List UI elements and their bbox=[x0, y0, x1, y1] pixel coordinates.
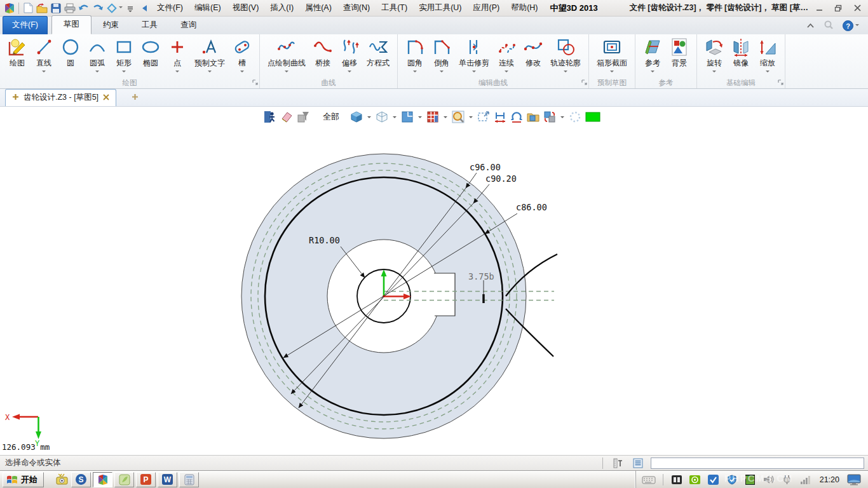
ribbon-button-background[interactable]: 背景 bbox=[666, 36, 693, 76]
dialog-launcher-icon[interactable] bbox=[778, 78, 783, 87]
ribbon-button-spline[interactable]: 点绘制曲线 bbox=[264, 36, 309, 76]
ribbon-button-rectangle[interactable]: 矩形 bbox=[111, 36, 137, 76]
ribbon-button-continuous[interactable]: 连续 bbox=[493, 36, 520, 76]
collapse-toolbar-icon[interactable] bbox=[137, 2, 151, 15]
volume-icon[interactable] bbox=[762, 473, 776, 487]
taskbar-clock[interactable]: 21:20 bbox=[817, 475, 842, 484]
ribbon-button-offset[interactable]: 偏移 bbox=[336, 36, 363, 76]
ribbon-button-slot[interactable]: 槽 bbox=[229, 36, 255, 76]
tab-tools[interactable]: 工具 bbox=[130, 17, 169, 34]
tab-inquire[interactable]: 查询 bbox=[169, 17, 208, 34]
verify-shield-icon[interactable] bbox=[707, 473, 721, 487]
color-grid-icon[interactable] bbox=[743, 473, 757, 487]
dim-bore-radius[interactable]: R10.00 bbox=[309, 235, 340, 245]
ribbon-button-one-click-trim[interactable]: 单击修剪 bbox=[455, 36, 493, 76]
nvidia-icon[interactable] bbox=[688, 473, 702, 487]
refresh-dropdown-caret-icon[interactable] bbox=[119, 6, 123, 10]
collapse-ribbon-icon[interactable] bbox=[806, 22, 815, 30]
ribbon-button-circle[interactable]: 圆 bbox=[57, 36, 84, 76]
power-plug-icon[interactable] bbox=[780, 473, 794, 487]
ribbon-button-bridge[interactable]: 桥接 bbox=[309, 36, 336, 76]
sketch-viewport[interactable]: c96.00 c90.20 c86.00 R10.00 3.75b X Y 12… bbox=[0, 107, 868, 455]
ribbon-button-chamfer[interactable]: 倒角 bbox=[428, 36, 455, 76]
quick-launch-notes[interactable] bbox=[114, 472, 134, 487]
ribbon-button-trace-profile[interactable]: 轨迹轮廓 bbox=[546, 36, 585, 76]
tab-file[interactable]: 文件(F) bbox=[3, 16, 48, 34]
quick-launch-calculator[interactable] bbox=[179, 472, 199, 487]
search-icon[interactable] bbox=[824, 20, 834, 32]
print-icon[interactable] bbox=[63, 2, 77, 15]
ribbon-button-reference[interactable]: 参考 bbox=[639, 36, 666, 76]
keyboard-icon[interactable] bbox=[641, 473, 656, 487]
continuous-icon bbox=[497, 37, 516, 57]
open-file-icon[interactable] bbox=[35, 2, 49, 15]
ribbon-button-line[interactable]: 直线 bbox=[31, 36, 57, 76]
menu-help[interactable]: 帮助(H) bbox=[505, 1, 543, 15]
restore-button[interactable] bbox=[830, 3, 846, 14]
tab-constraint[interactable]: 约束 bbox=[92, 17, 130, 34]
undo-icon[interactable] bbox=[77, 2, 91, 15]
ribbon-button-ellipse[interactable]: 椭圆 bbox=[137, 36, 164, 76]
dialog-launcher-icon[interactable] bbox=[581, 78, 587, 87]
dim-pitch-diameter[interactable]: c90.20 bbox=[485, 173, 517, 184]
close-button[interactable] bbox=[849, 3, 865, 14]
ribbon-button-box-section[interactable]: 箱形截面 bbox=[593, 36, 631, 76]
ribbon-button-modify[interactable]: 修改 bbox=[520, 36, 546, 76]
menu-view[interactable]: 视图(V) bbox=[227, 1, 265, 15]
dim-tooth-width[interactable]: 3.75b bbox=[468, 271, 494, 281]
menu-tools[interactable]: 工具(T) bbox=[376, 1, 413, 15]
close-tab-icon[interactable] bbox=[103, 93, 109, 102]
ribbon-button-mirror[interactable]: 镜像 bbox=[728, 36, 754, 76]
media-player-icon[interactable] bbox=[670, 473, 684, 487]
menu-file[interactable]: 文件(F) bbox=[151, 1, 189, 15]
quick-launch-zw3d[interactable] bbox=[93, 472, 112, 487]
quick-launch-browser[interactable]: S bbox=[71, 472, 91, 487]
command-list-icon[interactable] bbox=[630, 457, 646, 469]
security-shield-icon[interactable] bbox=[725, 473, 739, 487]
command-input[interactable] bbox=[651, 458, 864, 469]
ribbon-button-sketch-draw[interactable]: 绘图 bbox=[4, 36, 31, 76]
save-icon[interactable] bbox=[49, 2, 63, 15]
ribbon-button-scale[interactable]: 缩放 bbox=[754, 36, 781, 76]
ribbon-button-point[interactable]: 点 bbox=[164, 36, 191, 76]
app-title: 中望3D 2013 bbox=[550, 3, 598, 14]
new-document-tab-button[interactable] bbox=[125, 92, 145, 106]
dim-input-toggle-icon[interactable] bbox=[610, 457, 625, 469]
redo-icon[interactable] bbox=[91, 2, 105, 15]
refresh-icon[interactable] bbox=[105, 2, 119, 15]
start-button[interactable]: 开始 bbox=[3, 472, 44, 487]
ribbon-button-ready-text[interactable]: 预制文字 bbox=[191, 36, 229, 76]
toolbar-options-icon[interactable] bbox=[123, 2, 137, 15]
new-file-icon[interactable] bbox=[21, 2, 35, 15]
sketch-canvas[interactable]: 全部 bbox=[0, 107, 868, 455]
signal-bars-icon[interactable] bbox=[799, 473, 813, 487]
menu-applications[interactable]: 应用(P) bbox=[467, 1, 505, 15]
ribbon-button-fillet[interactable]: 圆角 bbox=[402, 36, 428, 76]
ribbon-button-arc[interactable]: 圆弧 bbox=[84, 36, 111, 76]
windows-flag-icon bbox=[6, 475, 18, 485]
screenshot-tool-icon[interactable] bbox=[54, 473, 69, 487]
dim-root-diameter[interactable]: c86.00 bbox=[516, 202, 547, 212]
menu-inquire[interactable]: 查询(N) bbox=[337, 1, 376, 15]
chamfer-icon bbox=[432, 37, 451, 57]
help-icon[interactable]: ? bbox=[843, 20, 859, 31]
dropdown-caret-icon bbox=[175, 71, 179, 74]
quick-launch-word[interactable]: W bbox=[158, 472, 177, 487]
quick-launch-powerpoint[interactable]: P bbox=[136, 472, 156, 487]
show-desktop-icon[interactable] bbox=[846, 473, 862, 487]
menu-insert[interactable]: 插入(I) bbox=[264, 1, 299, 15]
dropdown-caret-icon bbox=[413, 71, 417, 74]
ribbon-button-equation[interactable]: 方程式 bbox=[363, 36, 393, 76]
menu-edit[interactable]: 编辑(E) bbox=[189, 1, 227, 15]
menu-attributes[interactable]: 属性(A) bbox=[299, 1, 337, 15]
document-tab-active[interactable]: 齿轮设计.Z3 - [草图5] bbox=[5, 89, 116, 106]
dialog-launcher-icon[interactable] bbox=[252, 78, 258, 87]
tab-sketch[interactable]: 草图 bbox=[51, 15, 92, 34]
dim-outer-diameter[interactable]: c96.00 bbox=[470, 162, 501, 172]
ribbon-button-rotate[interactable]: 旋转 bbox=[701, 36, 728, 76]
minimize-button[interactable] bbox=[811, 3, 827, 14]
ribbon: 绘图 直线 圆 圆弧 矩形 椭圆 点 预制文字 槽 绘图 点绘制曲线 桥接 偏移… bbox=[0, 34, 868, 89]
one-click-trim-icon bbox=[465, 37, 484, 57]
app-logo-icon bbox=[3, 2, 17, 15]
menu-utilities[interactable]: 实用工具(U) bbox=[413, 1, 467, 15]
